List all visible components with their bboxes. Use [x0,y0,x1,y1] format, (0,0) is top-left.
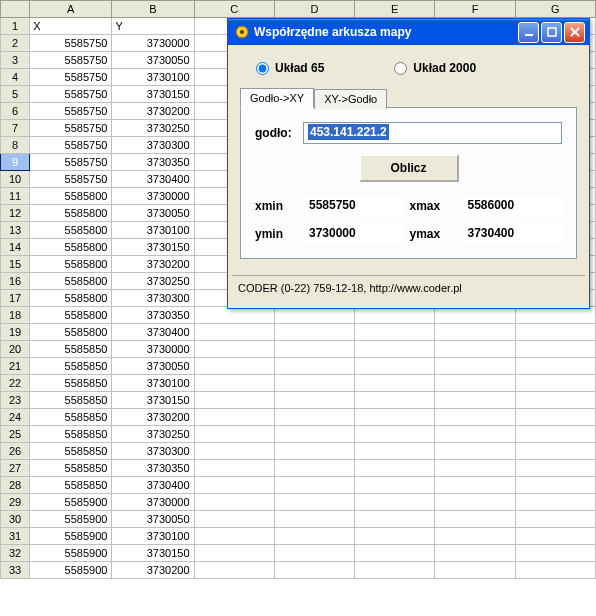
cell[interactable] [515,426,595,443]
cell[interactable] [435,545,515,562]
cell[interactable]: 5585800 [30,239,112,256]
cell[interactable] [435,511,515,528]
cell[interactable]: 3730350 [112,154,194,171]
cell[interactable] [274,460,354,477]
cell[interactable] [194,545,274,562]
cell[interactable] [435,562,515,579]
cell[interactable]: 5585800 [30,324,112,341]
cell[interactable] [515,341,595,358]
cell[interactable]: 3730150 [112,545,194,562]
row-header[interactable]: 29 [1,494,30,511]
row-header[interactable]: 16 [1,273,30,290]
row-header[interactable]: 4 [1,69,30,86]
cell[interactable] [274,545,354,562]
cell[interactable] [194,392,274,409]
cell[interactable]: 3730200 [112,409,194,426]
cell[interactable]: 3730000 [112,188,194,205]
cell[interactable] [515,375,595,392]
cell[interactable]: 3730300 [112,290,194,307]
cell[interactable]: 3730050 [112,511,194,528]
col-header-F[interactable]: F [435,1,515,18]
cell[interactable] [274,511,354,528]
cell[interactable]: 3730200 [112,256,194,273]
cell[interactable]: 5585750 [30,120,112,137]
cell[interactable] [435,494,515,511]
radio-uklad2000[interactable]: Układ 2000 [394,61,476,75]
radio-uklad65-input[interactable] [256,62,269,75]
cell[interactable] [435,443,515,460]
cell[interactable]: 3730400 [112,477,194,494]
cell[interactable] [515,409,595,426]
cell[interactable]: 5585750 [30,35,112,52]
cell[interactable]: 3730000 [112,341,194,358]
cell[interactable]: 3730350 [112,460,194,477]
cell[interactable] [274,358,354,375]
cell[interactable] [435,324,515,341]
cell[interactable] [515,358,595,375]
cell[interactable]: 5585750 [30,137,112,154]
radio-uklad65[interactable]: Układ 65 [256,61,324,75]
cell[interactable]: 5585800 [30,307,112,324]
row-header[interactable]: 1 [1,18,30,35]
row-header[interactable]: 8 [1,137,30,154]
cell[interactable] [194,460,274,477]
row-header[interactable]: 17 [1,290,30,307]
row-header[interactable]: 3 [1,52,30,69]
cell[interactable] [355,494,435,511]
col-header-A[interactable]: A [30,1,112,18]
cell[interactable]: 5585800 [30,256,112,273]
col-header-G[interactable]: G [515,1,595,18]
cell[interactable]: 3730100 [112,528,194,545]
cell[interactable] [435,528,515,545]
cell[interactable] [515,528,595,545]
cell[interactable]: 3730250 [112,426,194,443]
row-header[interactable]: 28 [1,477,30,494]
cell[interactable] [194,562,274,579]
cell[interactable] [355,528,435,545]
cell[interactable] [355,511,435,528]
col-header-E[interactable]: E [355,1,435,18]
cell[interactable]: 5585900 [30,562,112,579]
cell[interactable] [435,392,515,409]
row-header[interactable]: 11 [1,188,30,205]
cell[interactable] [515,443,595,460]
cell[interactable]: 5585900 [30,511,112,528]
cell[interactable] [194,324,274,341]
row-header[interactable]: 9 [1,154,30,171]
row-header[interactable]: 14 [1,239,30,256]
row-header[interactable]: 15 [1,256,30,273]
cell[interactable]: 5585850 [30,358,112,375]
cell[interactable]: 3730000 [112,35,194,52]
cell[interactable] [435,477,515,494]
cell[interactable]: 3730300 [112,137,194,154]
cell[interactable]: 3730200 [112,103,194,120]
cell[interactable] [515,511,595,528]
cell[interactable]: 3730250 [112,120,194,137]
titlebar[interactable]: Współrzędne arkusza mapy [228,19,589,45]
cell[interactable] [194,494,274,511]
maximize-button[interactable] [541,22,562,43]
cell[interactable]: 5585800 [30,290,112,307]
row-header[interactable]: 2 [1,35,30,52]
cell[interactable]: 5585900 [30,545,112,562]
cell[interactable] [274,528,354,545]
cell[interactable]: 5585750 [30,86,112,103]
row-header[interactable]: 6 [1,103,30,120]
row-header[interactable]: 26 [1,443,30,460]
cell[interactable]: X [30,18,112,35]
row-header[interactable]: 19 [1,324,30,341]
row-header[interactable]: 25 [1,426,30,443]
row-header[interactable]: 18 [1,307,30,324]
cell[interactable]: 3730050 [112,358,194,375]
minimize-button[interactable] [518,22,539,43]
cell[interactable] [355,545,435,562]
cell[interactable] [274,562,354,579]
row-header[interactable]: 24 [1,409,30,426]
cell[interactable]: 5585750 [30,69,112,86]
cell[interactable] [194,375,274,392]
row-header[interactable]: 30 [1,511,30,528]
cell[interactable]: 5585850 [30,375,112,392]
cell[interactable] [194,358,274,375]
cell[interactable]: 3730400 [112,171,194,188]
cell[interactable]: 3730150 [112,239,194,256]
